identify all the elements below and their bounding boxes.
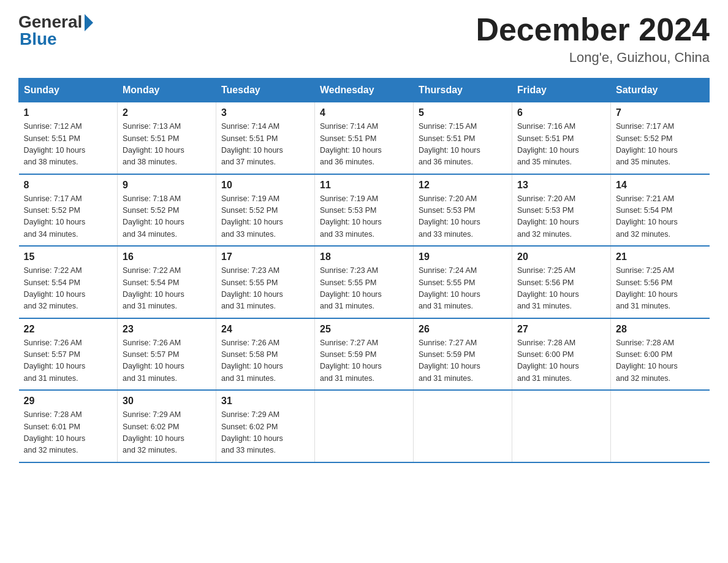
calendar-cell <box>611 390 710 462</box>
calendar-header-row: SundayMondayTuesdayWednesdayThursdayFrid… <box>19 79 710 102</box>
calendar-cell: 25Sunrise: 7:27 AMSunset: 5:59 PMDayligh… <box>315 318 414 391</box>
calendar-cell: 15Sunrise: 7:22 AMSunset: 5:54 PMDayligh… <box>19 246 118 318</box>
day-number: 3 <box>221 107 309 118</box>
calendar-week-row: 8Sunrise: 7:17 AMSunset: 5:52 PMDaylight… <box>19 174 710 247</box>
day-number: 20 <box>517 251 605 262</box>
day-info: Sunrise: 7:12 AMSunset: 5:51 PMDaylight:… <box>24 121 113 169</box>
day-number: 24 <box>221 324 309 335</box>
day-number: 12 <box>419 180 507 191</box>
day-number: 7 <box>616 107 705 118</box>
day-info: Sunrise: 7:27 AMSunset: 5:59 PMDaylight:… <box>419 337 507 385</box>
day-number: 22 <box>24 324 113 335</box>
header-friday: Friday <box>512 79 611 102</box>
day-info: Sunrise: 7:24 AMSunset: 5:55 PMDaylight:… <box>419 265 507 313</box>
title-section: December 2024 Long'e, Guizhou, China <box>476 12 710 66</box>
day-info: Sunrise: 7:20 AMSunset: 5:53 PMDaylight:… <box>419 193 507 241</box>
calendar-cell: 26Sunrise: 7:27 AMSunset: 5:59 PMDayligh… <box>414 318 512 391</box>
day-info: Sunrise: 7:28 AMSunset: 6:00 PMDaylight:… <box>616 337 705 385</box>
day-number: 14 <box>616 180 705 191</box>
location-text: Long'e, Guizhou, China <box>476 50 710 66</box>
calendar-cell: 2Sunrise: 7:13 AMSunset: 5:51 PMDaylight… <box>118 102 216 174</box>
logo-arrow-icon <box>85 14 93 31</box>
day-info: Sunrise: 7:29 AMSunset: 6:02 PMDaylight:… <box>123 409 211 457</box>
day-number: 25 <box>320 324 408 335</box>
day-info: Sunrise: 7:26 AMSunset: 5:57 PMDaylight:… <box>123 337 211 385</box>
calendar-cell <box>414 390 512 462</box>
day-number: 29 <box>24 396 113 407</box>
calendar-cell: 21Sunrise: 7:25 AMSunset: 5:56 PMDayligh… <box>611 246 710 318</box>
header-sunday: Sunday <box>19 79 118 102</box>
calendar-cell: 1Sunrise: 7:12 AMSunset: 5:51 PMDaylight… <box>19 102 118 174</box>
day-number: 8 <box>24 180 113 191</box>
day-number: 15 <box>24 251 113 262</box>
page-header: General Blue December 2024 Long'e, Guizh… <box>18 12 710 66</box>
calendar-table: SundayMondayTuesdayWednesdayThursdayFrid… <box>18 78 710 463</box>
day-info: Sunrise: 7:19 AMSunset: 5:52 PMDaylight:… <box>221 193 309 241</box>
day-number: 30 <box>123 396 211 407</box>
calendar-cell: 13Sunrise: 7:20 AMSunset: 5:53 PMDayligh… <box>512 174 611 247</box>
month-title: December 2024 <box>476 12 710 47</box>
calendar-cell: 4Sunrise: 7:14 AMSunset: 5:51 PMDaylight… <box>315 102 414 174</box>
header-monday: Monday <box>118 79 216 102</box>
day-number: 2 <box>123 107 211 118</box>
day-info: Sunrise: 7:26 AMSunset: 5:58 PMDaylight:… <box>221 337 309 385</box>
day-info: Sunrise: 7:25 AMSunset: 5:56 PMDaylight:… <box>616 265 705 313</box>
day-info: Sunrise: 7:14 AMSunset: 5:51 PMDaylight:… <box>221 121 309 169</box>
calendar-cell: 19Sunrise: 7:24 AMSunset: 5:55 PMDayligh… <box>414 246 512 318</box>
day-info: Sunrise: 7:29 AMSunset: 6:02 PMDaylight:… <box>221 409 309 457</box>
calendar-cell: 17Sunrise: 7:23 AMSunset: 5:55 PMDayligh… <box>216 246 315 318</box>
day-info: Sunrise: 7:21 AMSunset: 5:54 PMDaylight:… <box>616 193 705 241</box>
logo-blue-text: Blue <box>20 29 57 49</box>
day-number: 6 <box>517 107 605 118</box>
calendar-cell: 6Sunrise: 7:16 AMSunset: 5:51 PMDaylight… <box>512 102 611 174</box>
day-number: 21 <box>616 251 705 262</box>
day-number: 26 <box>419 324 507 335</box>
calendar-cell: 11Sunrise: 7:19 AMSunset: 5:53 PMDayligh… <box>315 174 414 247</box>
header-saturday: Saturday <box>611 79 710 102</box>
calendar-cell: 20Sunrise: 7:25 AMSunset: 5:56 PMDayligh… <box>512 246 611 318</box>
calendar-week-row: 22Sunrise: 7:26 AMSunset: 5:57 PMDayligh… <box>19 318 710 391</box>
day-info: Sunrise: 7:16 AMSunset: 5:51 PMDaylight:… <box>517 121 605 169</box>
calendar-cell: 22Sunrise: 7:26 AMSunset: 5:57 PMDayligh… <box>19 318 118 391</box>
header-wednesday: Wednesday <box>315 79 414 102</box>
header-thursday: Thursday <box>414 79 512 102</box>
day-number: 28 <box>616 324 705 335</box>
day-number: 19 <box>419 251 507 262</box>
day-info: Sunrise: 7:22 AMSunset: 5:54 PMDaylight:… <box>24 265 113 313</box>
calendar-cell: 29Sunrise: 7:28 AMSunset: 6:01 PMDayligh… <box>19 390 118 462</box>
calendar-cell <box>512 390 611 462</box>
calendar-cell: 16Sunrise: 7:22 AMSunset: 5:54 PMDayligh… <box>118 246 216 318</box>
calendar-week-row: 29Sunrise: 7:28 AMSunset: 6:01 PMDayligh… <box>19 390 710 462</box>
day-number: 11 <box>320 180 408 191</box>
calendar-cell: 10Sunrise: 7:19 AMSunset: 5:52 PMDayligh… <box>216 174 315 247</box>
calendar-cell: 9Sunrise: 7:18 AMSunset: 5:52 PMDaylight… <box>118 174 216 247</box>
calendar-cell: 12Sunrise: 7:20 AMSunset: 5:53 PMDayligh… <box>414 174 512 247</box>
calendar-cell <box>315 390 414 462</box>
day-number: 17 <box>221 251 309 262</box>
calendar-cell: 3Sunrise: 7:14 AMSunset: 5:51 PMDaylight… <box>216 102 315 174</box>
day-number: 31 <box>221 396 309 407</box>
day-info: Sunrise: 7:19 AMSunset: 5:53 PMDaylight:… <box>320 193 408 241</box>
day-number: 9 <box>123 180 211 191</box>
calendar-cell: 8Sunrise: 7:17 AMSunset: 5:52 PMDaylight… <box>19 174 118 247</box>
calendar-cell: 28Sunrise: 7:28 AMSunset: 6:00 PMDayligh… <box>611 318 710 391</box>
calendar-cell: 14Sunrise: 7:21 AMSunset: 5:54 PMDayligh… <box>611 174 710 247</box>
calendar-week-row: 15Sunrise: 7:22 AMSunset: 5:54 PMDayligh… <box>19 246 710 318</box>
calendar-cell: 18Sunrise: 7:23 AMSunset: 5:55 PMDayligh… <box>315 246 414 318</box>
calendar-cell: 5Sunrise: 7:15 AMSunset: 5:51 PMDaylight… <box>414 102 512 174</box>
day-info: Sunrise: 7:28 AMSunset: 6:01 PMDaylight:… <box>24 409 113 457</box>
day-number: 23 <box>123 324 211 335</box>
day-info: Sunrise: 7:25 AMSunset: 5:56 PMDaylight:… <box>517 265 605 313</box>
day-number: 13 <box>517 180 605 191</box>
calendar-cell: 7Sunrise: 7:17 AMSunset: 5:52 PMDaylight… <box>611 102 710 174</box>
logo: General Blue <box>18 12 93 49</box>
calendar-week-row: 1Sunrise: 7:12 AMSunset: 5:51 PMDaylight… <box>19 102 710 174</box>
day-info: Sunrise: 7:13 AMSunset: 5:51 PMDaylight:… <box>123 121 211 169</box>
day-number: 4 <box>320 107 408 118</box>
day-info: Sunrise: 7:26 AMSunset: 5:57 PMDaylight:… <box>24 337 113 385</box>
calendar-cell: 24Sunrise: 7:26 AMSunset: 5:58 PMDayligh… <box>216 318 315 391</box>
day-number: 18 <box>320 251 408 262</box>
day-info: Sunrise: 7:17 AMSunset: 5:52 PMDaylight:… <box>24 193 113 241</box>
day-info: Sunrise: 7:14 AMSunset: 5:51 PMDaylight:… <box>320 121 408 169</box>
day-number: 10 <box>221 180 309 191</box>
